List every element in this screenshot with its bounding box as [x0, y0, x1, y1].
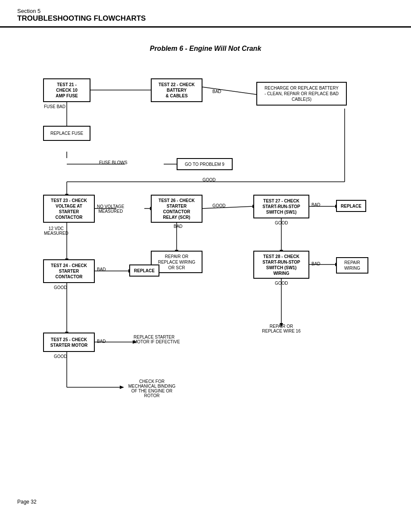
bad-label-4: BAD — [97, 267, 106, 272]
test22-box: TEST 22 - CHECKBATTERY& CABLES — [151, 78, 202, 102]
good-label-6: GOOD — [54, 354, 67, 359]
test23-box: TEST 23 - CHECKVOLTAGE ATSTARTERCONTACTO… — [43, 195, 95, 223]
replace1-box: REPLACE — [336, 200, 366, 212]
problem-title: Problem 6 - Engine Will Not Crank — [17, 45, 394, 53]
good-label-4: GOOD — [275, 281, 288, 286]
replace2-box: REPLACE — [129, 264, 159, 277]
bad-label-2: BAD — [174, 224, 183, 229]
flowchart: TEST 21 -CHECK 10AMP FUSE FUSE BAD REPLA… — [17, 65, 392, 496]
page-header: Section 5 TROUBLESHOOTING FLOWCHARTS — [0, 0, 411, 28]
test28-box: TEST 28 - CHECKSTART-RUN-STOPSWITCH (SW1… — [253, 251, 309, 279]
bad-label-6: BAD — [97, 339, 106, 344]
test24-box: TEST 24 - CHECKSTARTERCONTACTOR — [43, 259, 95, 283]
good-label-3: GOOD — [275, 221, 288, 225]
test21-box: TEST 21 -CHECK 10AMP FUSE — [43, 78, 90, 102]
go-prob9-box: GO TO PROBLEM 9 — [177, 158, 233, 170]
test26-box: TEST 26 - CHECKSTARTERCONTACTORRELAY (SC… — [151, 195, 202, 223]
test27-box: TEST 27 - CHECKSTART-RUN-STOPSWITCH (SW1… — [253, 195, 309, 218]
vdc-label: 12 VDCMEASURED — [44, 226, 68, 236]
bad-label-3: BAD — [311, 202, 321, 207]
good-label-5: GOOD — [54, 285, 67, 290]
page-footer: Page 32 — [17, 499, 37, 505]
page-content: Problem 6 - Engine Will Not Crank — [0, 28, 411, 513]
svg-line-16 — [202, 206, 253, 208]
page-number: Page 32 — [17, 499, 37, 505]
svg-line-2 — [202, 87, 258, 95]
repair-wire16-label: REPAIR ORREPLACE WIRE 16 — [253, 324, 309, 333]
recharge-box: RECHARGE OR REPLACE BATTERY- CLEAN, REPA… — [256, 82, 347, 106]
section-title: TROUBLESHOOTING FLOWCHARTS — [17, 14, 394, 23]
replace-fuse-box: REPLACE FUSE — [43, 126, 90, 141]
bad-label-1: BAD — [212, 89, 221, 94]
good-label-1: GOOD — [202, 177, 216, 182]
no-voltage-label: NO VOLTAGEMEASURED — [97, 204, 125, 214]
fuse-bad-label: FUSE BAD — [44, 104, 65, 109]
fuse-blows-label: FUSE BLOWS — [99, 160, 128, 165]
section-label: Section 5 — [17, 8, 394, 14]
bad-label-5: BAD — [311, 261, 321, 266]
replace-motor-label: REPLACE STARTERMOTOR IF DEFECTIVE — [134, 335, 202, 344]
repair-wiring2-box: REPAIRWIRING — [336, 257, 368, 274]
good-label-2: GOOD — [212, 203, 226, 208]
test25-box: TEST 25 - CHECKSTARTER MOTOR — [43, 333, 95, 352]
mech-binding-label: CHECK FORMECHANICAL BINDINGOF THE ENGINE… — [121, 379, 183, 398]
